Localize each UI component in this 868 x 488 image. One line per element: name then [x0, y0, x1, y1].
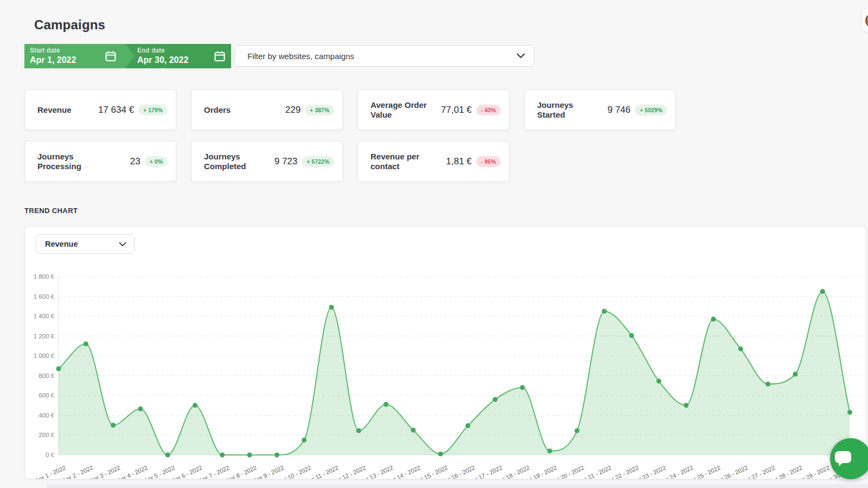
kpi-value-group: 23+ 0%: [130, 156, 168, 167]
trend-chart-svg: 0 €200 €400 €600 €800 €1 000 €1 200 €1 4…: [25, 227, 866, 479]
start-date-value: Apr 1, 2022: [30, 55, 105, 66]
end-date-label: End date: [137, 47, 214, 55]
calendar-icon: [105, 50, 117, 62]
kpi-value: 9 746: [608, 105, 631, 115]
x-tick-label: Apr 7 - 2022: [198, 464, 231, 479]
kpi-label: Orders: [204, 105, 231, 115]
data-point[interactable]: [302, 438, 307, 442]
data-point[interactable]: [84, 342, 88, 346]
kpi-label: Journeys Started: [537, 100, 597, 119]
filter-placeholder: Filter by websites, campaigns: [247, 52, 516, 61]
kpi-value: 23: [130, 156, 141, 167]
x-tick-label: Apr 6 - 2022: [170, 464, 203, 479]
data-point[interactable]: [602, 309, 607, 313]
x-tick-label: Apr 2 - 2022: [61, 464, 94, 479]
data-point[interactable]: [111, 423, 116, 428]
kpi-card-revenue: Revenue17 634 €+ 179%: [24, 89, 176, 130]
kpi-change-badge: + 0%: [145, 156, 168, 167]
kpi-row-1: Revenue17 634 €+ 179%Orders229+ 387%Aver…: [24, 89, 676, 130]
kpi-value-group: 9 746+ 5029%: [608, 105, 667, 115]
data-point[interactable]: [411, 428, 416, 433]
kpi-card-average-order-value: Average Order Value77,01 €- 43%: [358, 89, 509, 130]
trend-chart-heading: TREND CHART: [24, 207, 78, 215]
data-point[interactable]: [820, 289, 825, 294]
kpi-card-journeys-processing: Journeys Processing23+ 0%: [24, 141, 176, 182]
y-tick-label: 1 000 €: [34, 352, 55, 359]
data-point[interactable]: [56, 366, 61, 371]
kpi-value: 1,81 €: [446, 156, 471, 167]
kpi-card-revenue-per-contact: Revenue per contact1,81 €- 95%: [358, 141, 509, 182]
start-date-button[interactable]: Start date Apr 1, 2022: [24, 44, 135, 68]
filter-dropdown[interactable]: Filter by websites, campaigns: [234, 45, 534, 67]
kpi-value: 17 634 €: [98, 105, 134, 115]
data-point[interactable]: [656, 378, 661, 383]
kpi-value: 9 723: [275, 156, 298, 167]
chevron-down-icon: [516, 53, 525, 59]
chat-fab-button[interactable]: [830, 438, 868, 479]
data-point[interactable]: [765, 382, 770, 387]
data-point[interactable]: [520, 385, 525, 390]
kpi-card-journeys-completed: Journeys Completed9 723+ 5722%: [191, 141, 343, 182]
data-point[interactable]: [438, 452, 443, 457]
y-tick-label: 1 600 €: [34, 293, 55, 300]
user-menu-button[interactable]: [862, 9, 868, 32]
x-tick-label: Apr 3 - 2022: [88, 464, 121, 479]
chevron-down-icon: [119, 242, 126, 247]
y-tick-label: 800 €: [39, 373, 54, 379]
y-tick-label: 200 €: [39, 432, 54, 438]
y-tick-label: 600 €: [39, 392, 54, 399]
data-point[interactable]: [165, 453, 170, 458]
kpi-change-badge: - 95%: [476, 156, 501, 167]
start-date-label: Start date: [30, 47, 105, 55]
date-range-picker: End date Apr 30, 2022 Start date Apr 1, …: [24, 44, 231, 68]
data-point[interactable]: [275, 453, 279, 458]
y-tick-label: 1 200 €: [34, 333, 55, 339]
data-point[interactable]: [138, 407, 143, 412]
kpi-change-badge: + 179%: [138, 105, 168, 115]
kpi-change-badge: + 5029%: [635, 105, 667, 115]
y-tick-label: 1 400 €: [34, 313, 55, 319]
metric-select[interactable]: Revenue: [36, 234, 135, 254]
kpi-card-journeys-started: Journeys Started9 746+ 5029%: [524, 89, 676, 130]
kpi-label: Journeys Processing: [37, 152, 97, 171]
page-bottom-divider: [46, 484, 868, 488]
data-point[interactable]: [193, 403, 197, 408]
kpi-label: Journeys Completed: [204, 152, 264, 171]
data-point[interactable]: [629, 333, 634, 338]
kpi-row-2: Journeys Processing23+ 0%Journeys Comple…: [24, 141, 509, 182]
data-point[interactable]: [247, 453, 252, 458]
x-tick-label: Apr 4 - 2022: [116, 464, 149, 479]
data-point[interactable]: [793, 372, 797, 377]
data-point[interactable]: [711, 317, 716, 322]
data-point[interactable]: [547, 448, 552, 453]
data-point[interactable]: [493, 397, 497, 402]
kpi-change-badge: - 43%: [476, 105, 501, 115]
x-tick-label: Apr 1 - 2022: [34, 464, 67, 479]
kpi-change-badge: + 5722%: [302, 156, 334, 167]
avatar: [865, 14, 868, 28]
chat-bubble-icon: [834, 451, 853, 467]
data-point[interactable]: [684, 403, 688, 408]
y-tick-label: 400 €: [39, 412, 54, 419]
data-point[interactable]: [847, 410, 852, 415]
trend-chart-card: 0 €200 €400 €600 €800 €1 000 €1 200 €1 4…: [24, 226, 866, 479]
kpi-value: 77,01 €: [441, 105, 472, 115]
kpi-value-group: 17 634 €+ 179%: [98, 105, 168, 115]
x-tick-label: Apr 9 - 2022: [252, 464, 285, 479]
x-tick-label: Apr 8 - 2022: [225, 464, 258, 479]
data-point[interactable]: [738, 346, 743, 351]
data-point[interactable]: [356, 428, 361, 433]
calendar-icon: [214, 50, 226, 62]
data-point[interactable]: [384, 402, 388, 407]
kpi-value-group: 9 723+ 5722%: [275, 156, 334, 167]
data-point[interactable]: [220, 453, 225, 458]
data-point[interactable]: [575, 428, 579, 433]
end-date-button[interactable]: End date Apr 30, 2022: [125, 44, 231, 68]
data-point[interactable]: [329, 305, 334, 310]
end-date-value: Apr 30, 2022: [137, 55, 214, 66]
y-tick-label: 1 800 €: [34, 273, 55, 280]
page-title: Campaigns: [34, 17, 105, 33]
x-tick-label: Apr 5 - 2022: [143, 464, 176, 479]
kpi-card-orders: Orders229+ 387%: [191, 89, 343, 130]
data-point[interactable]: [465, 423, 470, 428]
